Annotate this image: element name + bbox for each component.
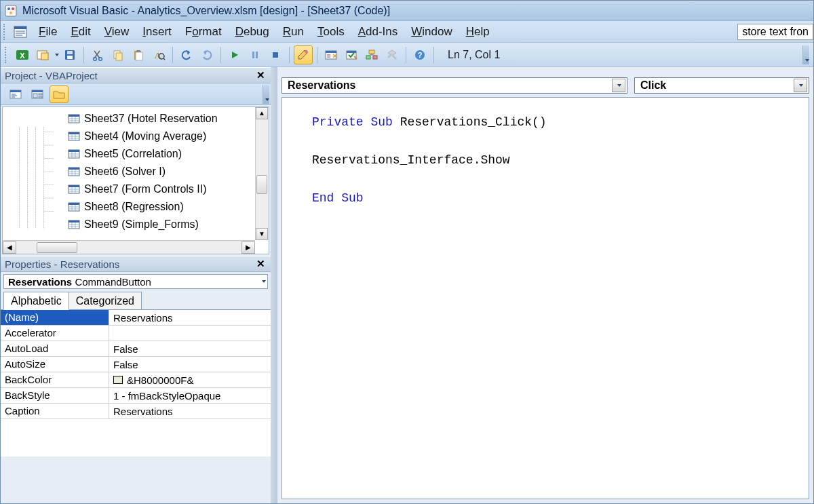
menu-run[interactable]: Run bbox=[276, 22, 311, 41]
redo-button[interactable] bbox=[197, 45, 216, 64]
undo-button[interactable] bbox=[177, 45, 196, 64]
menu-tools[interactable]: Tools bbox=[311, 22, 351, 41]
project-tree-item-label: Sheet8 (Regression) bbox=[84, 201, 184, 213]
property-row[interactable]: BackStyle1 - fmBackStyleOpaque bbox=[1, 388, 271, 404]
menu-insert[interactable]: Insert bbox=[136, 22, 178, 41]
project-tree-item[interactable]: Sheet37 (Hotel Reservation bbox=[3, 110, 269, 128]
cut-button[interactable] bbox=[88, 45, 107, 64]
property-row[interactable]: AutoSizeFalse bbox=[1, 357, 271, 372]
properties-panel-header[interactable]: Properties - Reservations ✕ bbox=[1, 256, 271, 272]
project-tree-item[interactable]: Sheet8 (Regression) bbox=[3, 198, 269, 216]
copy-button[interactable] bbox=[109, 45, 128, 64]
save-button[interactable] bbox=[60, 45, 79, 64]
control-menu-icon[interactable] bbox=[10, 22, 31, 41]
project-tree-item[interactable]: Sheet7 (Form Controls II) bbox=[3, 180, 269, 198]
property-row[interactable]: Accelerator bbox=[1, 326, 271, 341]
toolbox-button[interactable] bbox=[383, 45, 402, 64]
project-tree[interactable]: Sheet37 (Hotel Reservation Sheet4 (Movin… bbox=[2, 106, 269, 254]
vb-app-icon bbox=[5, 5, 17, 17]
design-mode-button[interactable] bbox=[294, 45, 313, 64]
properties-window-button[interactable] bbox=[342, 45, 361, 64]
property-row[interactable]: CaptionReservations bbox=[1, 404, 271, 419]
menu-window[interactable]: Window bbox=[404, 22, 459, 41]
property-row[interactable]: AutoLoadFalse bbox=[1, 341, 271, 357]
project-panel-close-icon[interactable]: ✕ bbox=[254, 69, 268, 81]
property-value[interactable]: Reservations bbox=[109, 404, 271, 419]
insert-object-caret[interactable] bbox=[55, 54, 59, 56]
property-name: AutoLoad bbox=[1, 341, 109, 356]
property-value[interactable] bbox=[109, 326, 271, 341]
view-object-button[interactable] bbox=[28, 85, 47, 103]
object-dropdown[interactable]: Reservations bbox=[282, 77, 627, 94]
help-button[interactable]: ? bbox=[410, 45, 429, 64]
menubar-gripper[interactable] bbox=[3, 24, 7, 40]
tree-hscroll-thumb[interactable] bbox=[37, 242, 77, 253]
menu-addins[interactable]: Add-Ins bbox=[351, 22, 405, 41]
property-row[interactable]: BackColor&H8000000F& bbox=[1, 372, 271, 388]
break-button[interactable] bbox=[246, 45, 265, 64]
property-value[interactable]: Reservations bbox=[109, 310, 271, 325]
code-editor[interactable]: Private Sub Reservations_Click() Reserva… bbox=[282, 97, 809, 499]
svg-point-2 bbox=[12, 7, 14, 10]
run-button[interactable] bbox=[225, 45, 244, 64]
project-tree-item[interactable]: Sheet6 (Solver I) bbox=[3, 163, 269, 180]
toolbar-overflow[interactable] bbox=[802, 45, 809, 64]
properties-panel: Properties - Reservations ✕ Reservations… bbox=[1, 256, 271, 457]
vertical-splitter[interactable] bbox=[271, 67, 277, 503]
menu-debug[interactable]: Debug bbox=[229, 22, 276, 41]
tree-hscroll[interactable]: ◀ ▶ bbox=[3, 240, 255, 254]
menubar: File Edit View Insert Format Debug Run T… bbox=[1, 21, 813, 43]
property-name: BackStyle bbox=[1, 388, 109, 403]
properties-panel-close-icon[interactable]: ✕ bbox=[254, 258, 268, 270]
menu-file[interactable]: File bbox=[32, 22, 64, 41]
find-button[interactable]: A bbox=[149, 45, 168, 64]
svg-rect-66 bbox=[69, 115, 79, 117]
toggle-folders-button[interactable] bbox=[50, 85, 69, 103]
chevron-down-icon bbox=[262, 280, 266, 283]
tree-scroll-up[interactable]: ▲ bbox=[256, 107, 268, 119]
properties-object-selector[interactable]: Reservations CommandButton bbox=[3, 274, 268, 289]
property-value[interactable]: 1 - fmBackStyleOpaque bbox=[109, 388, 271, 403]
view-code-button[interactable] bbox=[6, 85, 25, 103]
property-value[interactable]: False bbox=[109, 357, 271, 372]
property-value[interactable]: False bbox=[109, 341, 271, 356]
view-excel-button[interactable]: X bbox=[13, 45, 32, 64]
object-browser-button[interactable] bbox=[362, 45, 381, 64]
tree-hscroll-right[interactable]: ▶ bbox=[241, 241, 255, 254]
color-swatch-icon bbox=[113, 376, 123, 384]
property-value[interactable]: &H8000000F& bbox=[109, 372, 271, 387]
tree-scroll-thumb[interactable] bbox=[256, 175, 267, 194]
project-tree-item[interactable]: Sheet5 (Correlation) bbox=[3, 145, 269, 163]
property-name: BackColor bbox=[1, 372, 109, 387]
project-explorer-button[interactable] bbox=[322, 45, 341, 64]
properties-grid[interactable]: (Name)ReservationsAcceleratorAutoLoadFal… bbox=[1, 310, 271, 457]
svg-point-17 bbox=[99, 57, 102, 60]
menu-edit[interactable]: Edit bbox=[64, 22, 97, 41]
project-tree-item[interactable]: Sheet4 (Moving Average) bbox=[3, 128, 269, 145]
svg-rect-14 bbox=[67, 51, 73, 54]
chevron-down-icon bbox=[612, 79, 625, 92]
procedure-dropdown-value: Click bbox=[640, 79, 666, 92]
menu-help[interactable]: Help bbox=[459, 22, 497, 41]
project-panel-header[interactable]: Project - VBAProject ✕ bbox=[1, 67, 271, 83]
insert-object-button[interactable] bbox=[33, 45, 52, 64]
property-row[interactable]: (Name)Reservations bbox=[1, 310, 271, 326]
worksheet-icon bbox=[68, 131, 80, 142]
reset-button[interactable] bbox=[266, 45, 285, 64]
menu-view[interactable]: View bbox=[98, 22, 136, 41]
project-toolbar-overflow[interactable] bbox=[263, 85, 269, 104]
svg-rect-0 bbox=[5, 5, 16, 16]
project-tree-item-label: Sheet5 (Correlation) bbox=[84, 148, 182, 160]
toolbar-gripper[interactable] bbox=[5, 47, 9, 63]
tree-hscroll-left[interactable]: ◀ bbox=[3, 241, 16, 254]
tab-categorized[interactable]: Categorized bbox=[69, 292, 142, 309]
property-name: Accelerator bbox=[1, 326, 109, 341]
window-title: Microsoft Visual Basic - Analytics_Overv… bbox=[22, 5, 390, 17]
menu-format[interactable]: Format bbox=[178, 22, 229, 41]
project-tree-item[interactable]: Sheet9 (Simple_Forms) bbox=[3, 216, 269, 233]
tree-scroll-down[interactable]: ▼ bbox=[256, 228, 268, 240]
tab-alphabetic[interactable]: Alphabetic bbox=[3, 292, 69, 310]
procedure-dropdown[interactable]: Click bbox=[634, 77, 809, 94]
paste-button[interactable] bbox=[129, 45, 148, 64]
svg-rect-5 bbox=[14, 26, 26, 29]
